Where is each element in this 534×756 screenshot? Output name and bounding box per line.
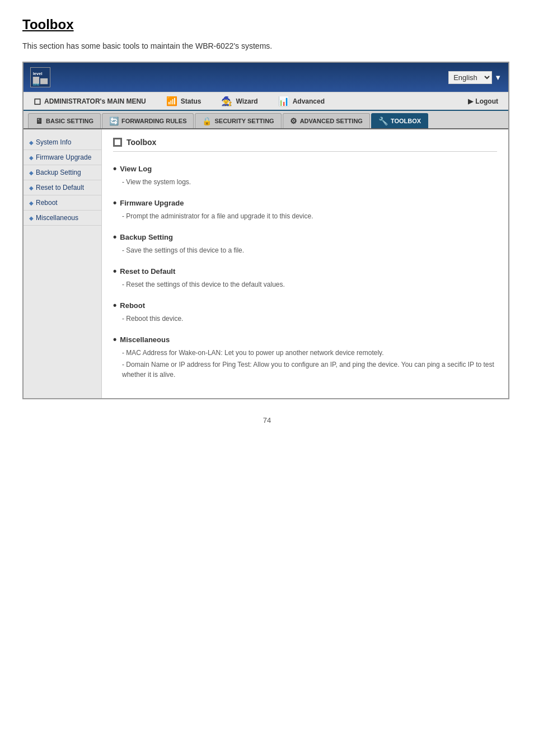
bullet-icon: ◆ — [29, 170, 34, 176]
svg-text:one: one — [33, 82, 40, 86]
item-desc-reset-to-default: Reset the settings of this device to the… — [113, 279, 497, 290]
tab-bar: 🖥 BASIC SETTING 🔄 FORWARDING RULES 🔒 SEC… — [24, 111, 508, 129]
nav-label-main-menu: ADMINISTRATOR's MAIN MENU — [44, 97, 146, 105]
tab-label-forwarding-rules: FORWARDING RULES — [121, 118, 187, 124]
forwarding-icon: 🔄 — [109, 116, 119, 125]
chevron-down-icon: ▼ — [494, 73, 502, 82]
item-title-miscellaneous: Miscellaneous — [113, 334, 497, 346]
page-footer: 74 — [22, 416, 512, 424]
arrow-right-icon: ▶ — [468, 97, 473, 105]
tab-basic-setting[interactable]: 🖥 BASIC SETTING — [28, 113, 101, 128]
signal-icon: 📶 — [166, 96, 177, 106]
sidebar-label-firmware-upgrade: Firmware Upgrade — [36, 153, 91, 161]
item-title-reset-to-default: Reset to Default — [113, 265, 497, 277]
section-header-icon — [113, 138, 122, 147]
language-select[interactable]: English Chinese German French — [448, 71, 492, 84]
tab-security-setting[interactable]: 🔒 SECURITY SETTING — [195, 113, 281, 128]
item-title-firmware-upgrade: Firmware Upgrade — [113, 197, 497, 209]
bullet-icon: ◆ — [29, 185, 34, 191]
page-description: This section has some basic tools to mai… — [22, 41, 512, 50]
tab-label-toolbox: TOOLBOX — [391, 118, 421, 124]
item-desc-reboot: Reboot this device. — [113, 314, 497, 324]
section-header: Toolbox — [113, 138, 497, 152]
item-title-backup-setting: Backup Setting — [113, 231, 497, 243]
item-desc-view-log: View the system logs. — [113, 177, 497, 187]
list-item-view-log: View Log View the system logs. — [113, 163, 497, 187]
content-area: ◆ System Info ◆ Firmware Upgrade ◆ Backu… — [24, 129, 508, 398]
sidebar-item-reset-to-default[interactable]: ◆ Reset to Default — [24, 180, 101, 195]
nav-item-wizard[interactable]: 🧙 Wizard — [217, 92, 262, 110]
settings-icon: ⚙ — [290, 116, 297, 125]
page-title: Toolbox — [22, 17, 512, 32]
item-desc-miscellaneous-p1: MAC Address for Wake-on-LAN: Let you to … — [122, 348, 497, 358]
lang-select-wrapper[interactable]: English Chinese German French ▼ — [448, 71, 502, 84]
logo-area: level one — [30, 67, 50, 87]
tab-label-advanced-setting: ADVANCED SETTING — [300, 118, 363, 124]
nav-label-status: Status — [181, 97, 202, 105]
security-icon: 🔒 — [202, 116, 212, 125]
wizard-icon: 🧙 — [221, 96, 232, 106]
nav-item-main-menu[interactable]: ◻ ADMINISTRATOR's MAIN MENU — [29, 92, 151, 110]
nav-label-advanced: Advanced — [293, 97, 325, 105]
monitor-icon: ◻ — [34, 96, 41, 106]
item-desc-miscellaneous-p2: Domain Name or IP address for Ping Test:… — [122, 360, 497, 380]
list-item-reboot: Reboot Reboot this device. — [113, 300, 497, 324]
tab-label-basic-setting: BASIC SETTING — [46, 118, 93, 124]
nav-item-advanced[interactable]: 📊 Advanced — [274, 92, 329, 110]
section-title: Toolbox — [127, 138, 156, 147]
tab-advanced-setting[interactable]: ⚙ ADVANCED SETTING — [283, 113, 370, 128]
sidebar-item-backup-setting[interactable]: ◆ Backup Setting — [24, 165, 101, 180]
bullet-icon: ◆ — [29, 139, 34, 146]
sidebar-item-system-info[interactable]: ◆ System Info — [24, 135, 101, 150]
item-desc-firmware-upgrade-p1: Prompt the administrator for a file and … — [122, 211, 497, 221]
svg-rect-3 — [40, 78, 48, 84]
advanced-icon: 📊 — [278, 96, 289, 106]
bullet-icon: ◆ — [29, 215, 34, 221]
main-content: Toolbox View Log View the system logs. F… — [102, 129, 508, 398]
sidebar-label-miscellaneous: Miscellaneous — [36, 214, 78, 222]
page-number: 74 — [263, 416, 271, 424]
sidebar-item-miscellaneous[interactable]: ◆ Miscellaneous — [24, 211, 101, 226]
list-item-reset-to-default: Reset to Default Reset the settings of t… — [113, 265, 497, 290]
item-desc-reboot-p1: Reboot this device. — [122, 314, 497, 324]
item-title-reboot: Reboot — [113, 300, 497, 311]
svg-text:level: level — [33, 71, 43, 76]
header-bar: level one English Chinese German French … — [24, 63, 508, 92]
tab-toolbox[interactable]: 🔧 TOOLBOX — [371, 113, 428, 128]
item-desc-miscellaneous: MAC Address for Wake-on-LAN: Let you to … — [113, 348, 497, 380]
content-list: View Log View the system logs. Firmware … — [113, 163, 497, 380]
tab-forwarding-rules[interactable]: 🔄 FORWARDING RULES — [102, 113, 194, 128]
tab-label-security-setting: SECURITY SETTING — [214, 118, 274, 124]
bullet-icon: ◆ — [29, 200, 34, 206]
nav-bar: ◻ ADMINISTRATOR's MAIN MENU 📶 Status 🧙 W… — [24, 92, 508, 111]
logo-icon: level one — [30, 67, 50, 87]
item-desc-backup-setting: Save the settings of this device to a fi… — [113, 245, 497, 255]
sidebar-label-reset-to-default: Reset to Default — [36, 184, 84, 192]
list-item-backup-setting: Backup Setting Save the settings of this… — [113, 231, 497, 255]
list-item-miscellaneous: Miscellaneous MAC Address for Wake-on-LA… — [113, 334, 497, 380]
bullet-icon: ◆ — [29, 155, 34, 161]
sidebar-item-firmware-upgrade[interactable]: ◆ Firmware Upgrade — [24, 150, 101, 165]
svg-rect-5 — [114, 139, 121, 146]
list-item-firmware-upgrade: Firmware Upgrade Prompt the administrato… — [113, 197, 497, 221]
toolbox-icon: 🔧 — [378, 116, 388, 125]
item-title-view-log: View Log — [113, 163, 497, 175]
nav-label-logout: Logout — [475, 97, 498, 105]
router-ui: level one English Chinese German French … — [22, 62, 509, 399]
nav-item-status[interactable]: 📶 Status — [162, 92, 206, 110]
basic-setting-icon: 🖥 — [35, 116, 43, 125]
nav-item-logout[interactable]: ▶ Logout — [463, 94, 503, 109]
item-desc-backup-setting-p1: Save the settings of this device to a fi… — [122, 245, 497, 255]
sidebar-label-reboot: Reboot — [36, 199, 58, 207]
sidebar-item-reboot[interactable]: ◆ Reboot — [24, 195, 101, 211]
item-desc-view-log-p1: View the system logs. — [122, 177, 497, 187]
item-desc-firmware-upgrade: Prompt the administrator for a file and … — [113, 211, 497, 221]
sidebar-label-backup-setting: Backup Setting — [36, 169, 81, 176]
item-desc-reset-to-default-p1: Reset the settings of this device to the… — [122, 279, 497, 290]
nav-label-wizard: Wizard — [236, 97, 257, 105]
sidebar-label-system-info: System Info — [36, 138, 71, 146]
sidebar: ◆ System Info ◆ Firmware Upgrade ◆ Backu… — [24, 129, 102, 398]
